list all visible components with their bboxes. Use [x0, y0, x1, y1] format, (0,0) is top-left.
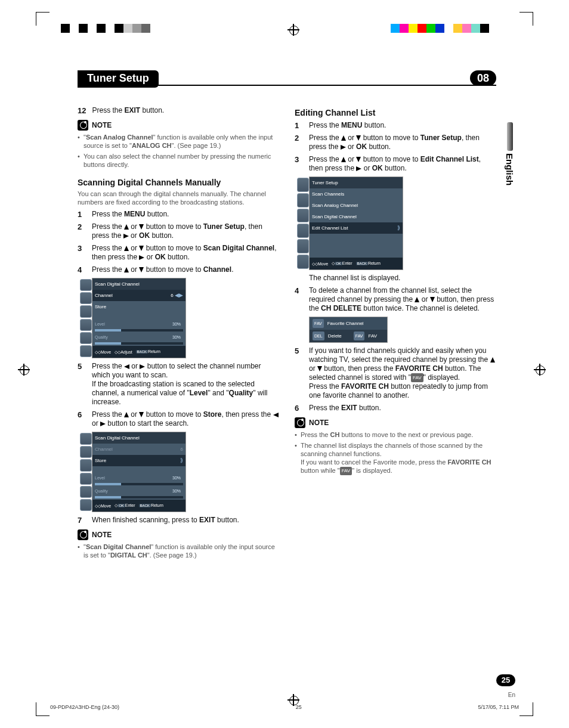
crop-mark [519, 12, 533, 26]
step-text: If you want to find channels quickly and… [309, 346, 496, 400]
note-header: NOTE [78, 120, 279, 131]
osd-menu-rows: Scan ChannelsScan Analog ChannelScan Dig… [310, 188, 403, 258]
step-text: Press the EXIT button. [92, 106, 279, 115]
language-label: English [505, 153, 515, 185]
osd-row-channel: Channel 6 ◀▶ [92, 290, 185, 301]
color-chip [400, 24, 409, 33]
note-list: Press the CH buttons to move to the next… [295, 430, 496, 475]
page-language-small: En [508, 692, 515, 698]
step-number: 6 [295, 404, 303, 413]
step-number: 6 [78, 410, 86, 428]
osd-screenshot-2: Scan Digital Channel Channel 6 Store ⟫ L… [92, 432, 186, 512]
steps-list: 1Press the MENU button.2Press the or but… [295, 121, 496, 173]
note-item: You can also select the channel number b… [78, 152, 279, 169]
osd-level-meter: Level 30% [95, 320, 183, 332]
registration-mark [287, 24, 299, 36]
note-list: "Scan Digital Channel" function is avail… [78, 543, 279, 559]
color-chip [444, 24, 453, 33]
right-column: Editing Channel List 1Press the MENU but… [295, 103, 496, 562]
page-number-pill: 25 [496, 674, 515, 686]
fav-row: DEL Delete FAV FAV [310, 330, 387, 342]
note-item: "Scan Digital Channel" function is avail… [78, 543, 279, 559]
step-text: Press the or button to move to Edit Chan… [309, 155, 496, 173]
note-label: NOTE [309, 419, 329, 427]
color-chip [391, 24, 400, 33]
step-number: 2 [295, 134, 303, 151]
osd-level-meter: Level 30% [95, 473, 183, 485]
note-item: Press the CH buttons to move to the next… [295, 430, 496, 439]
osd-favorite-box: FAV Favorite Channel DEL Delete FAV FAV [309, 317, 388, 343]
step-text: Press the or button to move to Tuner Set… [309, 134, 496, 151]
osd-row-store: Store ⟫ [92, 455, 185, 466]
step-number: 5 [78, 362, 86, 407]
osd-title: Tuner Setup [312, 180, 338, 185]
osd-row: Scan Digital Channel [310, 211, 403, 222]
registration-mark [534, 364, 546, 376]
color-chips-left [61, 24, 150, 33]
steps-list: 5Press the or button to select the chann… [78, 362, 279, 428]
color-chip [70, 24, 79, 33]
section-title: Tuner Setup [78, 70, 159, 88]
note-header: NOTE [78, 529, 279, 540]
step-number: 3 [78, 244, 86, 262]
step-number: 4 [78, 265, 86, 274]
footer: 09-PDP42A3HD-Eng (24-30) 25 5/17/05, 7:1… [50, 704, 519, 710]
osd-help-bar: ◇◇Move ◇OKEnter BACKReturn [92, 500, 185, 512]
osd-row-store: Store [92, 301, 185, 312]
content-columns: 12 Press the EXIT button. NOTE "Scan Ana… [78, 103, 496, 562]
osd-row-selected: Edit Channel List⟫ [310, 222, 403, 234]
footer-file: 09-PDP42A3HD-Eng (24-30) [50, 704, 119, 710]
step-number: 4 [295, 286, 303, 313]
crop-mark [36, 702, 50, 716]
osd-row: Scan Analog Channel [310, 200, 403, 211]
footer-page: 25 [296, 704, 302, 710]
pencil-icon [78, 120, 88, 131]
subheading: Editing Channel List [295, 109, 496, 117]
color-chip [426, 24, 435, 33]
osd-help-bar: ◇◇Move ◇OKEnter BACKReturn [310, 258, 403, 269]
section-description: You can scan through the digital channel… [78, 190, 279, 206]
osd-title: Scan Digital Channel [95, 435, 140, 441]
language-tab: English [505, 122, 515, 170]
steps-list: 1Press the MENU button.2Press the or but… [78, 210, 279, 274]
color-chip [115, 24, 123, 33]
pencil-icon [78, 529, 88, 540]
osd-title: Scan Digital Channel [95, 281, 140, 287]
step-text: Press the EXIT button. [309, 404, 496, 413]
osd-screenshot-menu: Tuner Setup Scan ChannelsScan Analog Cha… [309, 176, 403, 270]
note-list: "Scan Analog Channel" function is availa… [78, 133, 279, 169]
color-chip [435, 24, 444, 33]
note-header: NOTE [295, 417, 496, 428]
color-chip [123, 24, 132, 33]
color-chip [61, 24, 70, 33]
step-text: When finished scanning, press to EXIT bu… [92, 516, 279, 525]
color-chip [141, 24, 150, 33]
osd-row-channel: Channel 6 [92, 444, 185, 455]
color-chip [88, 24, 97, 33]
step-number: 1 [295, 121, 303, 130]
step-text: Press the or button to move to Tuner Set… [92, 222, 279, 240]
color-chip [97, 24, 106, 33]
osd-quality-meter: Quality 30% [95, 487, 183, 498]
step-number: 5 [295, 346, 303, 400]
step-text: Press the MENU button. [92, 210, 279, 219]
crop-mark [36, 12, 50, 26]
fav-row: FAV Favorite Channel [310, 317, 387, 330]
page: Tuner Setup 08 English 12 Press the EXIT… [0, 0, 569, 728]
color-chip [418, 24, 426, 33]
step-text: Press the or button to move to Store, th… [92, 410, 279, 428]
footer-date: 5/17/05, 7:11 PM [478, 704, 519, 710]
steps-list: 7When finished scanning, press to EXIT b… [78, 516, 279, 525]
steps-list: 5If you want to find channels quickly an… [295, 346, 496, 413]
step-text: Press the MENU button. [309, 121, 496, 130]
steps-list: 4To delete a channel from the channel li… [295, 286, 496, 313]
note-label: NOTE [92, 121, 112, 130]
step-number: 3 [295, 155, 303, 173]
color-chip [471, 24, 480, 33]
left-column: 12 Press the EXIT button. NOTE "Scan Ana… [78, 103, 279, 562]
color-chip [132, 24, 141, 33]
header-bar: Tuner Setup 08 [78, 70, 496, 86]
subheading: Scanning Digital Channels Manually [78, 178, 279, 187]
step-number: 2 [78, 222, 86, 240]
step-number: 7 [78, 516, 86, 525]
